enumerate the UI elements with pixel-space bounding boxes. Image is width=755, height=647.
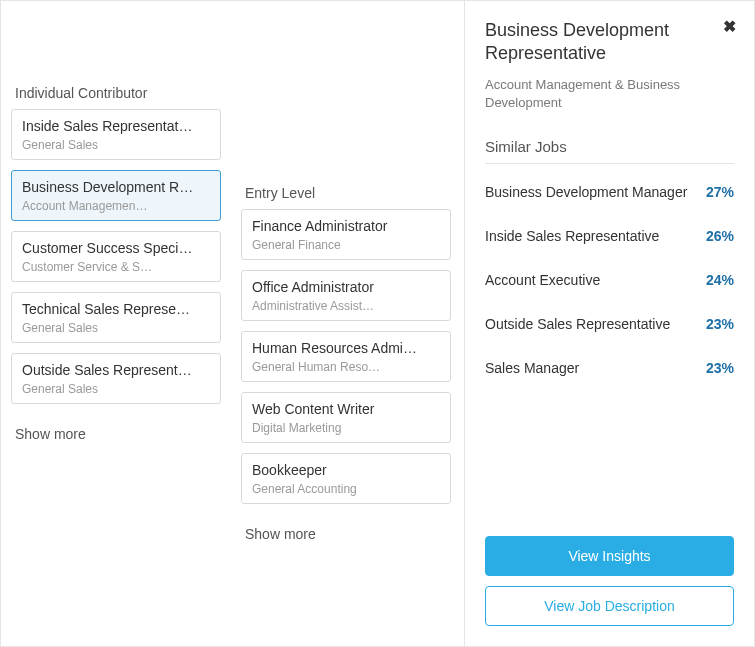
similar-job-row[interactable]: Outside Sales Representative 23% [485,302,734,346]
detail-panel: ✖ Business Development Representative Ac… [464,1,754,646]
app-root: Individual Contributor Inside Sales Repr… [0,0,755,647]
column-individual-contributor: Individual Contributor Inside Sales Repr… [11,11,221,548]
similar-job-pct: 27% [706,184,734,200]
job-card-subtitle: General Accounting [252,482,440,496]
similar-job-pct: 23% [706,360,734,376]
job-card-subtitle: Account Managemen… [22,199,210,213]
career-columns: Individual Contributor Inside Sales Repr… [1,1,464,646]
similar-job-name: Outside Sales Representative [485,316,670,332]
job-card[interactable]: Customer Success Speci… Customer Service… [11,231,221,282]
show-more-link[interactable]: Show more [11,420,221,448]
job-card-title: Customer Success Speci… [22,240,210,256]
similar-job-name: Business Development Manager [485,184,687,200]
job-card-title: Business Development R… [22,179,210,195]
panel-subtitle: Account Management & Business Developmen… [485,76,734,112]
job-card-title: Human Resources Admi… [252,340,440,356]
show-more-link[interactable]: Show more [241,520,451,548]
view-insights-button[interactable]: View Insights [485,536,734,576]
close-icon[interactable]: ✖ [723,17,736,36]
similar-jobs-header: Similar Jobs [485,138,734,164]
job-card[interactable]: Inside Sales Representat… General Sales [11,109,221,160]
column-entry-level: Entry Level Finance Administrator Genera… [241,11,451,548]
similar-job-pct: 23% [706,316,734,332]
job-card-title: Bookkeeper [252,462,440,478]
similar-job-row[interactable]: Sales Manager 23% [485,346,734,390]
job-card[interactable]: Outside Sales Represent… General Sales [11,353,221,404]
job-card-title: Web Content Writer [252,401,440,417]
job-card-subtitle: Digital Marketing [252,421,440,435]
job-card-subtitle: Customer Service & S… [22,260,210,274]
job-card-title: Outside Sales Represent… [22,362,210,378]
job-card-title: Finance Administrator [252,218,440,234]
job-card[interactable]: Human Resources Admi… General Human Reso… [241,331,451,382]
similar-job-row[interactable]: Inside Sales Representative 26% [485,214,734,258]
view-job-description-button[interactable]: View Job Description [485,586,734,626]
job-card-subtitle: General Sales [22,138,210,152]
job-card-subtitle: General Finance [252,238,440,252]
similar-job-pct: 26% [706,228,734,244]
job-card[interactable]: Business Development R… Account Manageme… [11,170,221,221]
similar-job-row[interactable]: Business Development Manager 27% [485,170,734,214]
column-header: Entry Level [241,179,451,209]
similar-job-name: Inside Sales Representative [485,228,659,244]
job-card-subtitle: General Sales [22,382,210,396]
job-card-subtitle: Administrative Assist… [252,299,440,313]
job-card[interactable]: Office Administrator Administrative Assi… [241,270,451,321]
similar-job-name: Account Executive [485,272,600,288]
job-card[interactable]: Bookkeeper General Accounting [241,453,451,504]
job-card[interactable]: Technical Sales Represe… General Sales [11,292,221,343]
similar-job-row[interactable]: Account Executive 24% [485,258,734,302]
similar-jobs-list: Business Development Manager 27% Inside … [485,170,734,390]
column-header: Individual Contributor [11,79,221,109]
job-card-title: Inside Sales Representat… [22,118,210,134]
job-card-subtitle: General Sales [22,321,210,335]
job-card-subtitle: General Human Reso… [252,360,440,374]
panel-title: Business Development Representative [485,19,734,66]
job-card[interactable]: Finance Administrator General Finance [241,209,451,260]
similar-job-name: Sales Manager [485,360,579,376]
job-card-title: Technical Sales Represe… [22,301,210,317]
job-card-title: Office Administrator [252,279,440,295]
similar-job-pct: 24% [706,272,734,288]
job-card[interactable]: Web Content Writer Digital Marketing [241,392,451,443]
